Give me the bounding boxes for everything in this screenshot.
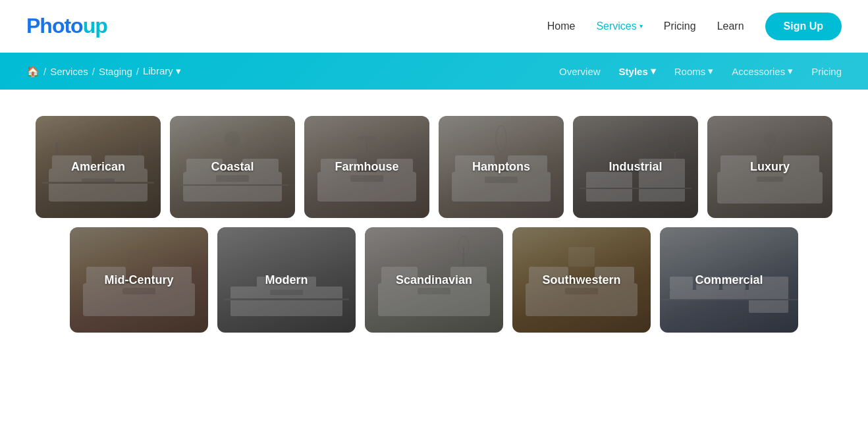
style-luxury[interactable]: Luxury [707, 116, 832, 218]
main-content: American Coastal [0, 90, 868, 368]
style-farmhouse-label: Farmhouse [335, 160, 398, 174]
style-hamptons-label: Hamptons [472, 160, 530, 174]
style-southwestern[interactable]: Southwestern [512, 227, 651, 333]
nav-home[interactable]: Home [547, 20, 576, 32]
style-farmhouse[interactable]: Farmhouse [304, 116, 429, 218]
breadcrumb: 🏠 / Services / Staging / Library ▾ [26, 65, 181, 78]
subnav-styles[interactable]: Styles ▾ [619, 65, 656, 77]
logo[interactable]: Photoup [26, 14, 107, 38]
style-commercial[interactable]: Commercial [660, 227, 798, 333]
style-commercial-label: Commercial [695, 273, 763, 287]
subnav-overview[interactable]: Overview [559, 66, 601, 77]
signup-button[interactable]: Sign Up [765, 13, 842, 40]
header: Photoup Home Services ▾ Pricing Learn Si… [0, 0, 868, 53]
style-southwestern-label: Southwestern [542, 273, 620, 287]
rooms-chevron-icon: ▾ [708, 65, 713, 77]
style-scandinavian[interactable]: Scandinavian [365, 227, 503, 333]
subnav-links: Overview Styles ▾ Rooms ▾ Accessories ▾ … [559, 65, 842, 77]
style-coastal-label: Coastal [211, 160, 254, 174]
nav-learn[interactable]: Learn [717, 20, 744, 32]
style-scandinavian-label: Scandinavian [396, 273, 472, 287]
breadcrumb-staging[interactable]: Staging [99, 66, 132, 77]
style-midcentury[interactable]: Mid-Century [70, 227, 208, 333]
styles-chevron-icon: ▾ [651, 65, 656, 77]
style-american[interactable]: American [36, 116, 161, 218]
subnav-rooms[interactable]: Rooms ▾ [674, 65, 714, 77]
main-nav: Home Services ▾ Pricing Learn Sign Up [547, 13, 842, 40]
subnav-bar: 🏠 / Services / Staging / Library ▾ Overv… [0, 53, 868, 90]
style-luxury-label: Luxury [750, 160, 790, 174]
style-coastal[interactable]: Coastal [170, 116, 295, 218]
nav-services[interactable]: Services ▾ [596, 20, 642, 32]
style-modern[interactable]: Modern [217, 227, 356, 333]
services-arrow-icon: ▾ [639, 22, 643, 30]
subnav-accessories[interactable]: Accessories ▾ [732, 65, 793, 77]
breadcrumb-library[interactable]: Library ▾ [143, 65, 181, 77]
accessories-chevron-icon: ▾ [788, 65, 793, 77]
subnav-pricing[interactable]: Pricing [811, 66, 842, 77]
nav-pricing[interactable]: Pricing [664, 20, 696, 32]
style-industrial[interactable]: Industrial [573, 116, 698, 218]
style-industrial-label: Industrial [609, 160, 662, 174]
style-midcentury-label: Mid-Century [105, 273, 174, 287]
style-hamptons[interactable]: Hamptons [439, 116, 564, 218]
styles-row-2: Mid-Century Modern [40, 227, 828, 333]
style-modern-label: Modern [265, 273, 308, 287]
breadcrumb-services[interactable]: Services [50, 66, 88, 77]
styles-row-1: American Coastal [40, 116, 828, 218]
style-american-label: American [71, 160, 125, 174]
home-icon[interactable]: 🏠 [26, 65, 40, 78]
